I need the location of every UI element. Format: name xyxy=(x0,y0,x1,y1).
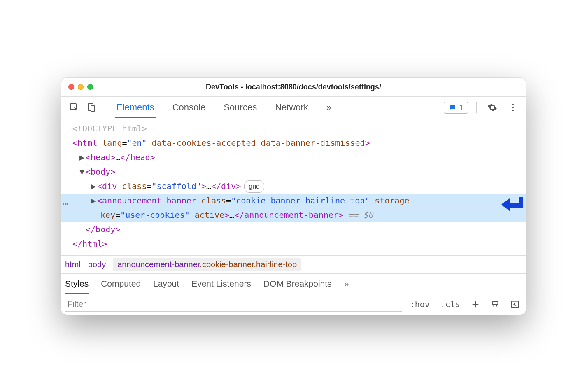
close-button[interactable] xyxy=(68,84,74,90)
subtab-computed[interactable]: Computed xyxy=(101,279,141,289)
divider xyxy=(104,102,104,113)
toolbar-right: 1 xyxy=(444,100,520,115)
dom-html-open[interactable]: <html lang="en" data-cookies-accepted da… xyxy=(61,136,526,150)
minimize-button[interactable] xyxy=(78,84,84,90)
pointer-arrow-icon xyxy=(501,197,523,218)
kebab-menu-icon[interactable] xyxy=(505,100,520,115)
divider xyxy=(476,102,477,113)
subtab-dom-breakpoints[interactable]: DOM Breakpoints xyxy=(263,279,332,289)
svg-rect-6 xyxy=(493,301,498,304)
svg-point-3 xyxy=(512,104,514,105)
dom-div-scaffold[interactable]: ▶<div class="scaffold">…</div>grid xyxy=(61,179,526,194)
issues-count: 1 xyxy=(459,103,464,112)
disclosure-right-icon[interactable]: ▶ xyxy=(91,179,96,194)
svg-point-4 xyxy=(512,107,514,108)
styles-tabs: Styles Computed Layout Event Listeners D… xyxy=(61,273,526,294)
computed-panel-toggle-icon[interactable] xyxy=(508,300,522,309)
disclosure-right-icon[interactable]: ▶ xyxy=(79,150,85,165)
tab-sources[interactable]: Sources xyxy=(222,97,259,118)
crumb-body[interactable]: body xyxy=(88,260,106,269)
crumb-selected[interactable]: announcement-banner.cookie-banner.hairli… xyxy=(113,258,301,271)
subtab-layout[interactable]: Layout xyxy=(153,279,179,289)
device-toolbar-icon[interactable] xyxy=(84,100,99,115)
svg-point-5 xyxy=(512,110,514,111)
hov-toggle[interactable]: :hov xyxy=(408,299,432,309)
tab-console[interactable]: Console xyxy=(171,97,207,118)
tab-elements[interactable]: Elements xyxy=(115,97,156,118)
main-toolbar: Elements Console Sources Network » 1 xyxy=(61,97,526,119)
zoom-button[interactable] xyxy=(87,84,93,90)
dom-tree-panel[interactable]: <!DOCTYPE html> <html lang="en" data-coo… xyxy=(61,119,526,255)
main-tabs: Elements Console Sources Network » xyxy=(115,97,333,118)
dom-breadcrumb: html body announcement-banner.cookie-ban… xyxy=(61,255,526,273)
grid-badge[interactable]: grid xyxy=(244,180,264,193)
tabs-overflow[interactable]: » xyxy=(325,97,333,118)
inspect-element-icon[interactable] xyxy=(67,100,82,115)
issues-badge[interactable]: 1 xyxy=(444,102,468,114)
subtab-event-listeners[interactable]: Event Listeners xyxy=(191,279,251,289)
new-style-rule-icon[interactable] xyxy=(468,300,482,309)
crumb-html[interactable]: html xyxy=(65,260,81,269)
tab-network[interactable]: Network xyxy=(273,97,310,118)
dom-selected-node[interactable]: ⋯ ▶<announcement-banner class="cookie-ba… xyxy=(61,194,526,222)
issues-icon xyxy=(448,103,457,112)
subtab-styles[interactable]: Styles xyxy=(65,273,89,294)
styles-filter-row: :hov .cls xyxy=(61,294,526,315)
styles-filter-input[interactable] xyxy=(65,297,402,312)
titlebar: DevTools - localhost:8080/docs/devtools/… xyxy=(61,78,526,97)
disclosure-down-icon[interactable]: ▼ xyxy=(79,165,85,179)
svg-rect-2 xyxy=(91,106,95,111)
dom-head[interactable]: ▶<head>…</head> xyxy=(61,150,526,165)
paint-bucket-icon[interactable] xyxy=(488,300,502,309)
window-title: DevTools - localhost:8080/docs/devtools/… xyxy=(61,83,526,91)
disclosure-right-icon[interactable]: ▶ xyxy=(91,194,96,208)
dom-html-close[interactable]: </html> xyxy=(61,237,526,251)
dom-body-open[interactable]: ▼<body> xyxy=(61,165,526,179)
settings-icon[interactable] xyxy=(485,100,500,115)
devtools-window: DevTools - localhost:8080/docs/devtools/… xyxy=(61,78,526,315)
subtab-overflow[interactable]: » xyxy=(344,279,349,289)
dom-body-close[interactable]: </body> xyxy=(61,222,526,237)
cls-toggle[interactable]: .cls xyxy=(438,299,463,309)
dom-doctype[interactable]: <!DOCTYPE html> xyxy=(61,121,526,136)
svg-rect-7 xyxy=(512,301,519,307)
traffic-lights xyxy=(68,84,93,90)
